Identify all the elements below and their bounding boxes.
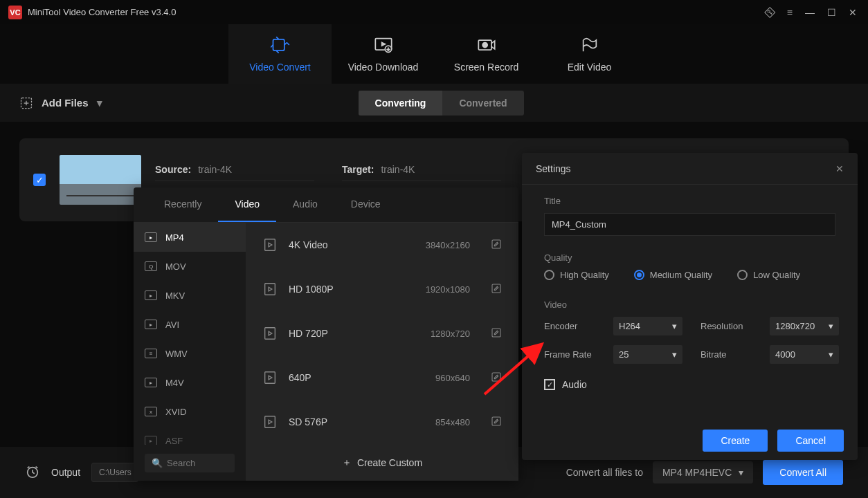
item-checkbox[interactable]: ✓ <box>33 174 46 186</box>
toolbar: Add Files ▾ Converting Converted <box>0 84 868 122</box>
tab-audio[interactable]: Audio <box>276 187 334 222</box>
svg-rect-12 <box>492 240 500 248</box>
edit-preset-icon[interactable] <box>491 371 502 385</box>
tab-recently[interactable]: Recently <box>147 187 218 222</box>
key-icon[interactable]: ⚿ <box>762 5 777 19</box>
titlebar: VC MiniTool Video Converter Free v3.4.0 … <box>0 0 868 24</box>
format-category-tabs: Recently Video Audio Device <box>134 187 518 223</box>
nav-screen-record[interactable]: Screen Record <box>435 24 538 84</box>
file-play-icon <box>262 414 278 430</box>
add-file-icon <box>19 96 33 110</box>
preset-list[interactable]: 4K Video 3840x2160 HD 1080P 1920x1080 HD… <box>246 223 518 445</box>
format-icon: ▸ <box>145 290 157 300</box>
preset-row[interactable]: 640P 960x640 <box>246 356 518 400</box>
encoder-select[interactable]: H264▾ <box>613 317 682 335</box>
format-asf[interactable]: ▸ASF <box>134 426 246 445</box>
format-popup-footer: 🔍 Search ＋ Create Custom <box>134 445 518 481</box>
tab-video[interactable]: Video <box>218 187 276 222</box>
nav-label: Edit Video <box>568 62 612 73</box>
add-files-label: Add Files <box>42 97 89 109</box>
preset-label: SD 576P <box>289 416 424 427</box>
close-icon[interactable]: ✕ <box>849 7 857 18</box>
add-files-button[interactable]: Add Files ▾ <box>19 96 102 110</box>
tab-converted[interactable]: Converted <box>442 91 523 116</box>
bitrate-select[interactable]: 4000▾ <box>770 345 839 364</box>
status-tabs: Converting Converted <box>359 91 524 116</box>
tab-device[interactable]: Device <box>334 187 397 222</box>
format-popup: Recently Video Audio Device ▸MP4 QMOV ▸M… <box>134 187 518 481</box>
nav-video-download[interactable]: Video Download <box>332 24 435 84</box>
format-mov[interactable]: QMOV <box>134 252 246 281</box>
chevron-down-icon: ▾ <box>739 467 743 478</box>
preset-res: 1920x1080 <box>426 284 470 295</box>
svg-rect-16 <box>492 329 500 337</box>
svg-rect-15 <box>265 328 275 340</box>
format-mkv[interactable]: ▸MKV <box>134 281 246 310</box>
video-section-label: Video <box>544 299 835 310</box>
format-sidebar[interactable]: ▸MP4 QMOV ▸MKV ▸AVI ≡WMV ▸M4V xXVID ▸ASF <box>134 223 246 445</box>
main-nav: Video Convert Video Download Screen Reco… <box>0 24 868 84</box>
title-input[interactable] <box>544 213 835 236</box>
format-xvid[interactable]: xXVID <box>134 397 246 426</box>
format-avi[interactable]: ▸AVI <box>134 310 246 339</box>
edit-preset-icon[interactable] <box>491 327 502 340</box>
preset-row[interactable]: HD 1080P 1920x1080 <box>246 267 518 311</box>
svg-point-4 <box>482 43 487 48</box>
output-label: Output <box>51 467 80 478</box>
search-placeholder: Search <box>167 458 195 468</box>
tab-converting[interactable]: Converting <box>359 91 443 116</box>
target-label: Target: <box>342 164 374 175</box>
download-icon <box>374 35 393 55</box>
settings-title: Settings <box>536 163 571 174</box>
menu-icon[interactable]: ≡ <box>787 7 793 18</box>
preset-row[interactable]: 4K Video 3840x2160 <box>246 223 518 267</box>
create-custom-label: Create Custom <box>357 457 422 468</box>
audio-checkbox-row[interactable]: ✓ Audio <box>544 379 835 390</box>
radio-medium-quality[interactable]: Medium Quality <box>634 270 712 280</box>
edit-preset-icon[interactable] <box>491 283 502 296</box>
bitrate-label: Bitrate <box>700 349 752 360</box>
settings-cancel-button[interactable]: Cancel <box>777 430 844 452</box>
convert-all-format-select[interactable]: MP4 MP4HEVC ▾ <box>653 461 753 483</box>
convert-all-button[interactable]: Convert All <box>763 460 843 485</box>
resolution-select[interactable]: 1280x720▾ <box>770 317 839 335</box>
audio-checkbox-label: Audio <box>562 379 587 390</box>
video-thumbnail[interactable] <box>60 155 141 205</box>
format-icon: x <box>145 407 157 416</box>
chevron-down-icon: ▾ <box>829 349 833 360</box>
chevron-down-icon: ▾ <box>672 349 677 360</box>
nav-label: Video Download <box>348 62 419 73</box>
create-custom-button[interactable]: ＋ Create Custom <box>246 445 518 481</box>
format-icon: ≡ <box>145 349 157 358</box>
format-wmv[interactable]: ≡WMV <box>134 339 246 368</box>
radio-low-quality[interactable]: Low Quality <box>737 270 800 280</box>
app-logo: VC <box>8 6 22 19</box>
close-icon[interactable]: ✕ <box>835 163 844 174</box>
chevron-down-icon: ▾ <box>829 321 833 331</box>
format-mp4[interactable]: ▸MP4 <box>134 223 246 252</box>
preset-label: HD 720P <box>289 328 419 339</box>
svg-rect-14 <box>492 284 500 293</box>
maximize-icon[interactable]: ☐ <box>827 7 836 18</box>
nav-edit-video[interactable]: Edit Video <box>538 24 641 84</box>
format-search-input[interactable]: 🔍 Search <box>145 454 235 472</box>
preset-res: 854x480 <box>435 417 470 427</box>
minimize-icon[interactable]: — <box>805 7 815 18</box>
format-icon: ▸ <box>145 378 157 387</box>
output-path[interactable]: C:\Users <box>91 463 138 482</box>
nav-video-convert[interactable]: Video Convert <box>228 24 332 84</box>
chevron-down-icon[interactable]: ▾ <box>97 97 102 109</box>
radio-high-quality[interactable]: High Quality <box>544 270 609 280</box>
format-icon: Q <box>145 261 157 271</box>
schedule-icon[interactable] <box>25 464 40 481</box>
edit-preset-icon[interactable] <box>491 239 502 252</box>
settings-panel: Settings ✕ Title Quality High Quality Me… <box>522 153 858 460</box>
file-play-icon <box>262 326 278 341</box>
edit-preset-icon[interactable] <box>491 416 502 429</box>
preset-row[interactable]: SD 576P 854x480 <box>246 400 518 444</box>
svg-rect-20 <box>492 417 500 425</box>
preset-row[interactable]: HD 720P 1280x720 <box>246 311 518 356</box>
framerate-select[interactable]: 25▾ <box>613 345 682 364</box>
settings-create-button[interactable]: Create <box>703 430 768 452</box>
format-m4v[interactable]: ▸M4V <box>134 368 246 397</box>
